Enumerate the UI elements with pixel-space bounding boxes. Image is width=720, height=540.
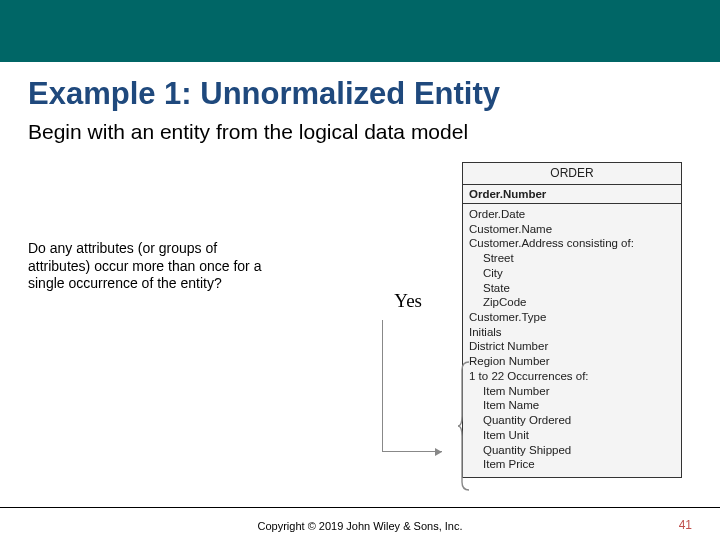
attr-item-number: Item Number [469, 384, 675, 399]
attr-zip: ZipCode [469, 295, 675, 310]
attr-initials: Initials [469, 326, 502, 338]
left-column: Do any attributes (or groups of attribut… [28, 162, 352, 293]
question-text: Do any attributes (or groups of attribut… [28, 240, 278, 293]
connector-horizontal [382, 451, 442, 452]
entity-attributes: Order.Date Customer.Name Customer.Addres… [463, 204, 681, 477]
attr-qty-ordered: Quantity Ordered [469, 413, 675, 428]
attr-item-unit: Item Unit [469, 428, 675, 443]
attr-order-date: Order.Date [469, 208, 525, 220]
decision-column: Yes [352, 162, 462, 478]
attr-customer-address-label: Customer.Address consisting of: [469, 237, 634, 249]
attr-customer-name: Customer.Name [469, 223, 552, 235]
attr-qty-shipped: Quantity Shipped [469, 443, 675, 458]
footer-divider [0, 507, 720, 508]
copyright-text: Copyright © 2019 John Wiley & Sons, Inc. [258, 520, 463, 532]
attr-item-name: Item Name [469, 398, 675, 413]
attr-item-price: Item Price [469, 457, 675, 472]
attr-state: State [469, 281, 675, 296]
attr-occurrences-label: 1 to 22 Occurrences of: [469, 370, 589, 382]
attr-city: City [469, 266, 675, 281]
top-bar [0, 0, 720, 62]
bracket-icon [458, 360, 470, 492]
attr-region-number: Region Number [469, 355, 550, 367]
decision-connector [352, 320, 456, 452]
connector-vertical [382, 320, 383, 452]
arrow-icon [435, 448, 442, 456]
footer: Copyright © 2019 John Wiley & Sons, Inc. [0, 520, 720, 532]
entity-name: ORDER [463, 163, 681, 185]
decision-label: Yes [394, 290, 422, 312]
attr-customer-type: Customer.Type [469, 311, 546, 323]
attr-district-number: District Number [469, 340, 548, 352]
entity-primary-key: Order.Number [463, 185, 681, 204]
page-number: 41 [679, 518, 692, 532]
attr-street: Street [469, 251, 675, 266]
right-column: Yes ORDER Order.Number Order.Date Custom… [352, 162, 692, 478]
slide-subtitle: Begin with an entity from the logical da… [0, 120, 720, 152]
slide-title: Example 1: Unnormalized Entity [0, 62, 720, 120]
slide: Example 1: Unnormalized Entity Begin wit… [0, 0, 720, 540]
content-row: Do any attributes (or groups of attribut… [0, 162, 720, 478]
entity-box: ORDER Order.Number Order.Date Customer.N… [462, 162, 682, 478]
